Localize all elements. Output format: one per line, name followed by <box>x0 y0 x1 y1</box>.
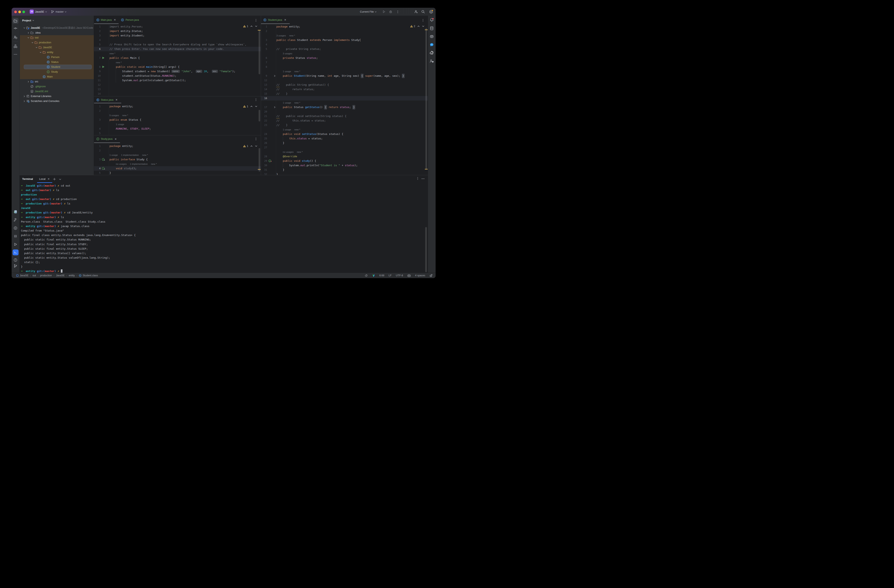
close-icon[interactable]: ✕ <box>114 18 116 21</box>
editor-options-kebab-icon[interactable] <box>421 19 424 22</box>
previous-problem-icon[interactable] <box>250 25 253 28</box>
code-line[interactable]: 2 <box>261 29 428 33</box>
inlay-hint[interactable]: 1 usage <box>283 70 291 73</box>
code-line[interactable]: 22// this.status = status; <box>261 118 428 123</box>
tree-item-src[interactable]: src <box>20 79 94 84</box>
tree-item-main[interactable]: CMain <box>20 74 94 79</box>
chevron-right-icon[interactable] <box>23 100 25 102</box>
chevron-right-icon[interactable] <box>23 95 25 97</box>
inlay-hint[interactable]: new * <box>109 52 115 55</box>
unlock-icon[interactable] <box>429 274 433 277</box>
code-line[interactable]: 1package entity; <box>261 24 428 29</box>
openai-icon[interactable] <box>429 50 435 56</box>
inspections-widget[interactable]: 2 <box>410 25 424 28</box>
code-line[interactable]: 13// public String getStatus() { <box>261 83 428 87</box>
inlay-hint[interactable]: new * <box>294 70 300 73</box>
search-icon[interactable] <box>421 8 425 16</box>
close-icon[interactable]: ✕ <box>48 177 50 180</box>
code-line[interactable]: 5// Press Shift twice to open the Search… <box>94 42 261 47</box>
inspections-widget[interactable]: 1 <box>243 25 258 28</box>
code-line[interactable]: 3import entity.Student; <box>94 33 261 38</box>
tree-item-production[interactable]: production <box>20 40 94 45</box>
services-icon[interactable] <box>13 225 18 231</box>
tree-item-.gitignore[interactable]: .gitignore <box>20 84 94 89</box>
more-kebab-icon[interactable] <box>396 8 399 16</box>
tree-item-entity[interactable]: entity <box>20 50 94 55</box>
project-folder-icon[interactable] <box>13 18 18 24</box>
tree-item-javase.iml[interactable]: JavaSE.iml <box>20 89 94 94</box>
code-line[interactable]: 11 System.out.println(student.getStatus(… <box>94 78 261 83</box>
git-branch-icon[interactable] <box>13 263 18 269</box>
code-line[interactable]: 27 <box>261 145 428 150</box>
tree-item-.idea[interactable]: .idea <box>20 30 94 35</box>
brackets-plugin-icon[interactable] <box>13 233 18 239</box>
code-line[interactable]: 21// public void setStatus(String status… <box>261 114 428 118</box>
branch-selector[interactable]: master <box>56 8 66 16</box>
chat-bubble-icon[interactable] <box>429 42 435 48</box>
people-chat-icon[interactable] <box>429 58 435 64</box>
inlay-hint[interactable]: new * <box>142 154 148 156</box>
zoom-window-button[interactable] <box>23 11 25 13</box>
run-icon[interactable] <box>382 8 386 16</box>
code-line[interactable]: 3public enum Status { <box>94 118 261 122</box>
inlay-hint[interactable]: new * <box>294 101 300 104</box>
breadcrumb-item[interactable]: out <box>33 274 36 277</box>
line-ending[interactable]: LF <box>389 274 392 277</box>
code-line[interactable]: 14 <box>94 92 261 96</box>
breadcrumb-item[interactable]: CStudent.class <box>79 274 98 277</box>
editor-study[interactable]: 1package entity;21 usage1 implementation… <box>94 143 261 175</box>
minimize-window-button[interactable] <box>18 11 21 13</box>
next-problem-icon[interactable] <box>255 25 258 28</box>
code-line[interactable]: 4 <box>261 42 428 47</box>
database-icon[interactable] <box>429 26 435 31</box>
editor-options-kebab-icon[interactable] <box>254 98 258 101</box>
tab-student-java[interactable]: CStudent.java✕ <box>261 16 289 24</box>
breadcrumb-item[interactable]: JavaSE <box>56 274 65 277</box>
code-line[interactable]: 28 @Override <box>261 154 428 159</box>
editor-student[interactable]: 1package entity;23 usagesnew *3public cl… <box>261 24 428 175</box>
editor-main[interactable]: 1import entity.Person;2import entity.Sta… <box>94 24 261 96</box>
indent-style[interactable]: 4 spaces <box>415 274 425 277</box>
run-play-icon[interactable] <box>13 241 18 247</box>
debug-icon[interactable] <box>389 8 393 16</box>
tab-main-java[interactable]: CMain.java✕ <box>94 16 118 24</box>
terminal-scrollbar[interactable] <box>425 227 427 272</box>
code-line[interactable]: 14// return status; <box>261 87 428 92</box>
code-line[interactable]: 25 this.status = status; <box>261 136 428 141</box>
implemented-gutter-icon[interactable]: I <box>102 167 105 170</box>
close-window-button[interactable] <box>14 11 17 13</box>
inspections-widget[interactable]: 1 <box>243 105 258 108</box>
chevron-down-icon[interactable] <box>36 47 38 48</box>
terminal-output[interactable]: ➜ JavaSE git:(master) ✗ cd out➜ out git:… <box>21 183 136 273</box>
structure-icon[interactable] <box>13 43 18 49</box>
editor-split-divider[interactable] <box>94 96 261 97</box>
code-line[interactable]: 1package entity; <box>94 104 261 109</box>
parameter-hint[interactable]: age: <box>196 70 202 73</box>
previous-problem-icon[interactable] <box>417 25 420 28</box>
code-line[interactable]: 6 private Status status; <box>261 56 428 60</box>
editor-scrollbar[interactable] <box>258 30 260 74</box>
code-line[interactable]: 8 <box>261 65 428 69</box>
code-line[interactable]: 12 <box>261 78 428 83</box>
tree-item-javase[interactable]: JavaSE <box>20 45 94 50</box>
code-line[interactable]: 1import entity.Person; <box>94 24 261 29</box>
next-problem-icon[interactable] <box>255 105 258 108</box>
v-plugin-icon[interactable] <box>372 274 375 277</box>
code-line[interactable]: 26 } <box>261 141 428 145</box>
code-line[interactable]: 4 <box>94 38 261 42</box>
tree-item-person[interactable]: CPerson <box>20 55 94 60</box>
ai-bot-icon[interactable] <box>429 33 435 39</box>
run-configuration-selector[interactable]: Current File <box>360 8 377 16</box>
code-line[interactable]: 2 <box>94 109 261 113</box>
inlay-hint[interactable]: 1 usage <box>283 101 291 104</box>
chevron-down-icon[interactable] <box>23 27 25 29</box>
project-panel-header[interactable]: Project <box>22 18 34 23</box>
problems-icon[interactable] <box>13 257 18 263</box>
minimize-terminal-icon[interactable]: — <box>421 177 424 180</box>
close-icon[interactable]: ✕ <box>115 98 118 101</box>
code-line[interactable]: 17 public Status getStatus() { return st… <box>261 105 428 109</box>
chevron-down-icon[interactable] <box>32 42 33 44</box>
overrides-gutter-icon[interactable]: I <box>268 159 272 163</box>
fold-chevron-icon[interactable] <box>273 106 277 109</box>
commit-icon[interactable] <box>13 25 18 31</box>
